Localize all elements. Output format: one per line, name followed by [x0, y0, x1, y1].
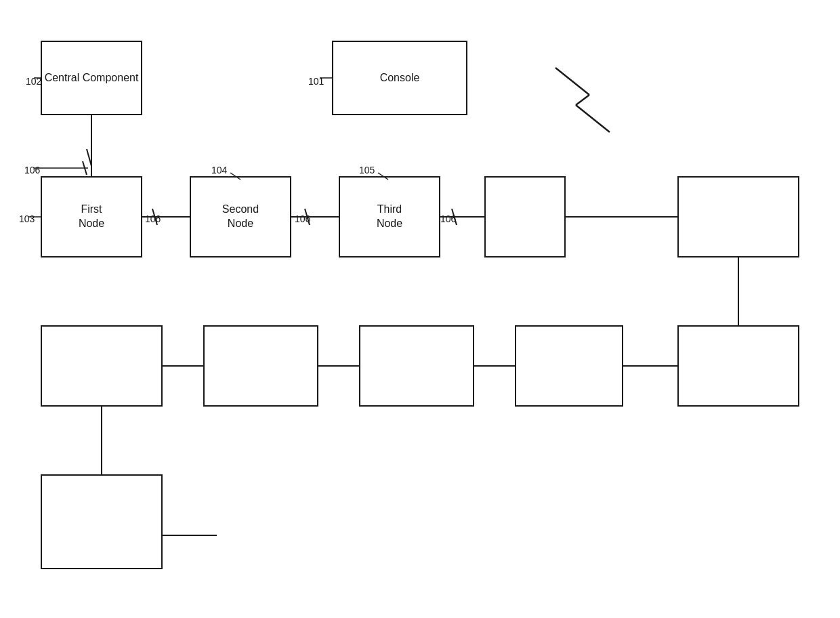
ref-105: 105 [359, 165, 375, 176]
ref-102: 102 [26, 76, 41, 87]
svg-line-15 [555, 68, 589, 95]
third-node: ThirdNode [339, 176, 440, 258]
node-9 [515, 325, 623, 407]
first-node-label: FirstNode [79, 203, 104, 231]
svg-line-18 [87, 149, 91, 166]
console-label: Console [380, 71, 420, 85]
node-10 [677, 325, 799, 407]
second-node-label: SecondNode [222, 203, 259, 231]
central-component-label: Central Component [45, 71, 139, 85]
diagram-container: Central Component Console FirstNode Seco… [0, 0, 840, 618]
ref-104: 104 [211, 165, 227, 176]
node-5 [677, 176, 799, 258]
third-node-label: ThirdNode [377, 203, 402, 231]
node-8 [359, 325, 474, 407]
node-6 [41, 325, 163, 407]
svg-line-16 [576, 95, 589, 105]
ref-106a: 106 [24, 165, 40, 176]
first-node: FirstNode [41, 176, 142, 258]
ref-106c: 106 [295, 213, 310, 224]
node-4 [484, 176, 566, 258]
node-11 [41, 474, 163, 569]
svg-line-17 [576, 105, 610, 132]
ref-101: 101 [308, 76, 324, 87]
second-node: SecondNode [190, 176, 291, 258]
central-component-node: Central Component [41, 41, 142, 115]
svg-line-25 [83, 161, 87, 175]
ref-106b: 106 [145, 213, 161, 224]
ref-106d: 106 [440, 213, 456, 224]
node-7 [203, 325, 318, 407]
console-node: Console [332, 41, 467, 115]
ref-103: 103 [19, 213, 35, 224]
